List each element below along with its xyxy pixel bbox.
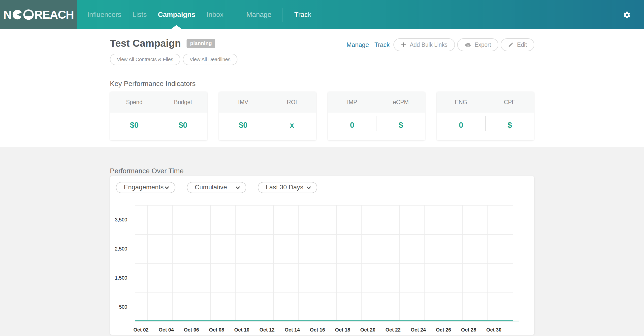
kpi-card-eng-cpe: ENG CPE 0 $ [436, 92, 534, 140]
track-link[interactable]: Track [374, 41, 390, 49]
cloud-download-icon [465, 42, 471, 48]
nav-item-campaigns[interactable]: Campaigns [158, 11, 196, 19]
kpi-value: $0 [110, 113, 159, 140]
x-axis-tick: Oct 30 [483, 327, 505, 333]
kpi-label: Spend [110, 92, 159, 113]
pencil-icon [508, 42, 514, 48]
x-axis-tick: Oct 16 [306, 327, 329, 333]
nav-item-inbox[interactable]: Inbox [206, 11, 224, 19]
kpi-value: $ [376, 113, 426, 140]
x-axis-tick: Oct 24 [407, 327, 430, 333]
top-navbar: N REACH Influencers Lists Campaigns Inbo… [0, 0, 644, 29]
nav-divider [235, 8, 235, 22]
edit-button[interactable]: Edit [500, 38, 534, 51]
page-title: Test Campaign [110, 38, 181, 49]
performance-section: Performance Over Time Engagements Cumula… [0, 147, 644, 336]
kpi-label: eCPM [376, 92, 426, 113]
kpi-value-divider [268, 116, 268, 131]
logo-letters-reach: REACH [34, 9, 74, 20]
kpi-label: IMP [328, 92, 376, 113]
kpi-label: ROI [268, 92, 316, 113]
kpi-value: 0 [436, 113, 486, 140]
y-axis-tick: 2,500 [110, 246, 127, 252]
x-axis-tick: Oct 22 [382, 327, 404, 333]
x-axis-tick: Oct 28 [458, 327, 480, 333]
x-axis-tick: Oct 20 [357, 327, 379, 333]
performance-chart-card: Engagements Cumulative Last 30 Days [110, 176, 534, 335]
neoreach-logo: N REACH [4, 9, 74, 20]
x-axis-tick: Oct 10 [231, 327, 253, 333]
kpi-label: IMV [219, 92, 268, 113]
y-axis-tick: 1,500 [110, 275, 127, 281]
logo-half-circle-icon [23, 10, 34, 20]
x-axis-tick: Oct 14 [281, 327, 304, 333]
add-bulk-links-button[interactable]: Add Bulk Links [394, 38, 455, 51]
x-axis-tick: Oct 02 [130, 327, 152, 333]
kpi-value-divider [486, 116, 486, 131]
view-deadlines-button[interactable]: View All Deadlines [183, 54, 238, 65]
line-chart: 5001,5002,5003,500Oct 02Oct 04Oct 06Oct … [110, 176, 534, 335]
kpi-card-spend-budget: Spend Budget $0 $0 [110, 92, 208, 140]
view-buttons-row: View All Contracts & Files View All Dead… [110, 54, 238, 65]
chart-plot [135, 205, 520, 322]
active-tab-pointer [171, 25, 182, 29]
kpi-value-divider [159, 116, 159, 131]
neoreach-app: N REACH Influencers Lists Campaigns Inbo… [0, 0, 644, 336]
kpi-card-imp-ecpm: IMP eCPM 0 $ [328, 92, 425, 140]
kpi-value: $0 [219, 113, 268, 140]
campaign-header-section: Test Campaign planning View All Contract… [0, 29, 644, 147]
kpi-card-imv-roi: IMV ROI $0 x [219, 92, 316, 140]
kpi-value: $0 [159, 113, 208, 140]
view-contracts-files-button[interactable]: View All Contracts & Files [110, 54, 180, 65]
primary-nav: Influencers Lists Campaigns Inbox Manage… [87, 0, 322, 29]
nav-item-lists[interactable]: Lists [132, 11, 147, 19]
kpi-value: x [268, 113, 316, 140]
nav-item-influencers[interactable]: Influencers [87, 11, 121, 19]
kpi-value: 0 [328, 113, 376, 140]
y-axis-tick: 3,500 [110, 217, 127, 223]
x-axis-tick: Oct 06 [180, 327, 203, 333]
export-button[interactable]: Export [457, 38, 498, 51]
kpi-label: ENG [436, 92, 486, 113]
header-actions: Manage Track Add Bulk Links Export Ed [346, 38, 534, 51]
x-axis-tick: Oct 08 [206, 327, 228, 333]
title-row: Test Campaign planning [110, 38, 215, 49]
logo-letter-n: N [4, 9, 12, 20]
kpi-label: CPE [486, 92, 534, 113]
kpi-cards-row: Spend Budget $0 $0 IMV ROI $0 x [110, 92, 534, 140]
x-axis-tick: Oct 04 [155, 327, 177, 333]
kpi-value: $ [486, 113, 534, 140]
logo-circle-notch-icon [12, 10, 22, 20]
gear-icon[interactable] [623, 11, 631, 19]
nav-item-manage[interactable]: Manage [246, 11, 272, 19]
x-axis-tick: Oct 18 [332, 327, 354, 333]
nav-item-track[interactable]: Track [294, 11, 311, 19]
x-axis-tick: Oct 26 [432, 327, 455, 333]
plus-icon [401, 42, 406, 48]
kpi-section-heading: Key Performance Indicators [110, 80, 196, 88]
y-axis-tick: 500 [110, 304, 127, 310]
kpi-label: Budget [159, 92, 208, 113]
nav-divider [282, 8, 283, 22]
performance-heading: Performance Over Time [110, 167, 184, 175]
brand-logo[interactable]: N REACH [0, 0, 77, 29]
status-badge: planning [186, 39, 215, 48]
manage-link[interactable]: Manage [346, 41, 369, 49]
kpi-value-divider [376, 116, 377, 131]
x-axis-tick: Oct 12 [256, 327, 278, 333]
